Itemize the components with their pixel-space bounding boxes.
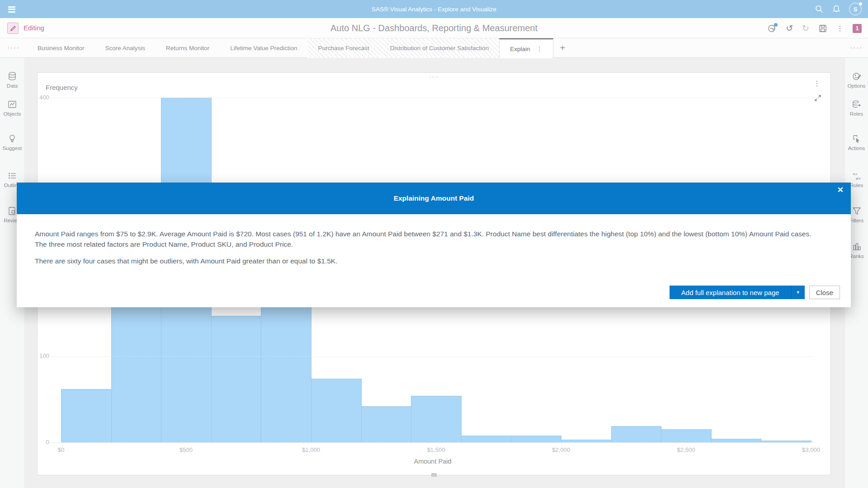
rail-item-suggest[interactable]: Suggest bbox=[0, 134, 24, 151]
rail-item-label: Suggest bbox=[3, 145, 22, 151]
rail-item-label: Ranks bbox=[849, 253, 864, 259]
close-icon[interactable]: ✕ bbox=[837, 186, 844, 194]
histogram-bar-2200-2400[interactable] bbox=[611, 426, 662, 442]
list-outline-icon bbox=[7, 171, 17, 181]
chart-objects-icon bbox=[7, 99, 17, 109]
add-explanation-split-button: Add full explanation to new page ▼ bbox=[670, 286, 805, 299]
review-document-icon bbox=[7, 206, 17, 216]
histogram-bar-0-200[interactable] bbox=[61, 389, 112, 442]
histogram-bar-1600-1800[interactable] bbox=[461, 436, 512, 442]
redo-icon[interactable]: ↻ bbox=[802, 24, 809, 33]
tab-label: Explain bbox=[510, 46, 530, 52]
histogram-bar-2600-2800[interactable] bbox=[711, 439, 762, 442]
palette-icon bbox=[852, 71, 862, 81]
maximize-icon[interactable] bbox=[814, 94, 821, 102]
funnel-icon bbox=[852, 206, 862, 216]
x-tick-label-1500: $1,500 bbox=[420, 446, 452, 453]
rail-item-objects[interactable]: Objects bbox=[0, 99, 24, 117]
histogram-bar-2400-2600[interactable] bbox=[661, 429, 712, 442]
rail-item-label: Data bbox=[7, 83, 18, 89]
chart-y-axis-name: Frequency bbox=[46, 84, 78, 91]
histogram-bar-600-800[interactable] bbox=[211, 316, 262, 442]
histogram-bar-800-1000[interactable] bbox=[261, 296, 311, 442]
svg-text:<=: <= bbox=[853, 172, 858, 176]
active-tab-kebab-icon[interactable]: ⋮ bbox=[536, 45, 542, 52]
close-button[interactable]: Close bbox=[809, 286, 840, 299]
tab-label: Business Monitor bbox=[38, 45, 85, 52]
rail-item-roles[interactable]: Roles bbox=[845, 99, 868, 117]
avatar-initial: S bbox=[854, 6, 858, 13]
tab-label: Distribution of Customer Satisfaction bbox=[390, 45, 489, 52]
page-tab-bar: ···· Business MonitorScore AnalysisRetur… bbox=[0, 38, 868, 58]
tab-overflow-left-icon[interactable]: ···· bbox=[7, 43, 20, 51]
insights-badge-dot bbox=[774, 23, 778, 27]
x-tick-label-2000: $2,000 bbox=[545, 446, 577, 453]
rail-item-options[interactable]: Options bbox=[845, 71, 868, 89]
rail-item-label: Actions bbox=[848, 145, 865, 151]
explanation-paragraph-2: There are sixty four cases that might be… bbox=[35, 256, 824, 266]
save-icon[interactable] bbox=[818, 24, 827, 33]
data-roles-icon bbox=[852, 99, 862, 109]
y-tick-label-0: 0 bbox=[38, 439, 49, 446]
add-explanation-button[interactable]: Add full explanation to new page bbox=[670, 286, 791, 299]
tab-overflow-right-icon[interactable]: ···· bbox=[850, 43, 863, 51]
histogram-bar-1400-1600[interactable] bbox=[411, 396, 462, 442]
tab-explain[interactable]: Explain⋮ bbox=[499, 38, 553, 58]
explain-dialog-body: Amount Paid ranges from $75 to $2.9K. Av… bbox=[17, 214, 851, 307]
avatar-status-dot bbox=[859, 2, 862, 5]
tab-label: Lifetime Value Prediction bbox=[230, 45, 297, 52]
tab-score-analysis[interactable]: Score Analysis bbox=[95, 38, 156, 58]
tab-returns-monitor[interactable]: Returns Monitor bbox=[156, 38, 220, 58]
tab-distribution-of-customer-satisfaction[interactable]: Distribution of Customer Satisfaction bbox=[380, 38, 499, 58]
explanation-paragraph-1: Amount Paid ranges from $75 to $2.9K. Av… bbox=[35, 229, 824, 249]
histogram-bar-1800-2000[interactable] bbox=[511, 436, 561, 442]
x-axis-baseline bbox=[51, 442, 814, 443]
y-tick-label-100: 100 bbox=[38, 352, 49, 359]
lightbulb-icon bbox=[7, 134, 17, 144]
gridline-100 bbox=[51, 356, 814, 357]
tab-label: Purchase Forecast bbox=[318, 45, 369, 52]
add-explanation-dropdown-button[interactable]: ▼ bbox=[791, 286, 805, 299]
x-tick-label-3000: $3,000 bbox=[795, 446, 827, 453]
object-resize-handle[interactable] bbox=[431, 473, 437, 477]
insights-icon[interactable] bbox=[768, 24, 777, 33]
dialog-title: Explaining Amount Paid bbox=[394, 194, 474, 202]
rail-item-label: Objects bbox=[4, 111, 21, 117]
user-avatar[interactable]: S bbox=[849, 3, 862, 15]
application-bar: SAS® Visual Analytics - Explore and Visu… bbox=[0, 0, 868, 18]
comment-count-badge[interactable]: 1 bbox=[853, 24, 862, 33]
tab-lifetime-value-prediction[interactable]: Lifetime Value Prediction bbox=[220, 38, 307, 58]
rail-item-label: Filters bbox=[849, 218, 863, 223]
svg-text:≠>: ≠> bbox=[856, 176, 861, 181]
undo-icon[interactable]: ↺ bbox=[786, 24, 793, 33]
tab-purchase-forecast[interactable]: Purchase Forecast bbox=[307, 38, 379, 58]
x-tick-label-500: $500 bbox=[170, 446, 202, 453]
x-tick-label-0: $0 bbox=[45, 446, 77, 453]
histogram-bar-1000-1200[interactable] bbox=[311, 379, 362, 442]
rail-item-actions[interactable]: Actions bbox=[845, 134, 868, 151]
rail-item-label: Roles bbox=[850, 111, 863, 117]
x-tick-label-2500: $2,500 bbox=[670, 446, 702, 453]
x-axis-title: Amount Paid bbox=[51, 458, 814, 465]
rail-item-label: Rules bbox=[850, 183, 863, 188]
toolbar-kebab-icon[interactable]: ⋮ bbox=[836, 24, 844, 33]
histogram-bar-1200-1400[interactable] bbox=[361, 406, 412, 442]
display-rules-icon: <=≠> bbox=[852, 171, 862, 181]
add-page-button[interactable]: + bbox=[553, 38, 571, 58]
object-kebab-icon[interactable]: ⋮ bbox=[813, 79, 821, 88]
cursor-actions-icon bbox=[852, 134, 862, 144]
rail-item-label: Options bbox=[848, 83, 866, 89]
ranks-bars-icon bbox=[852, 242, 862, 252]
rail-item-data[interactable]: Data bbox=[0, 71, 24, 89]
search-icon[interactable] bbox=[815, 5, 824, 14]
database-icon bbox=[7, 71, 17, 81]
object-drag-handle[interactable]: ···· bbox=[38, 75, 830, 79]
x-tick-label-1000: $1,000 bbox=[295, 446, 327, 453]
gridline-400 bbox=[51, 98, 814, 98]
notifications-bell-icon[interactable] bbox=[832, 5, 841, 14]
tab-label: Returns Monitor bbox=[166, 45, 209, 52]
y-tick-label-400: 400 bbox=[38, 94, 49, 101]
chevron-down-icon: ▼ bbox=[796, 290, 800, 295]
tab-business-monitor[interactable]: Business Monitor bbox=[27, 38, 95, 58]
application-title: SAS® Visual Analytics - Explore and Visu… bbox=[0, 6, 868, 13]
